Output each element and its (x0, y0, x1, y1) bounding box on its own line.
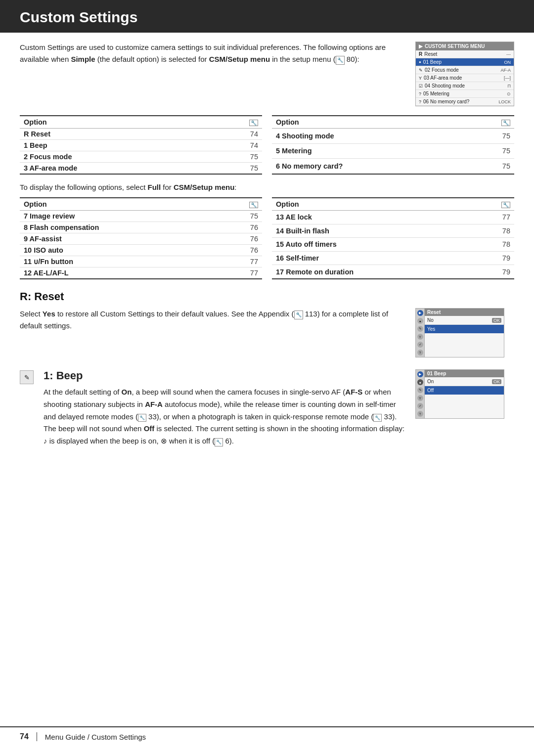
row-label: 6 No memory card? (272, 159, 497, 174)
row-label: 14 Built-in flash (272, 224, 497, 238)
table-row: 3 AF-area mode 75 (20, 163, 262, 175)
beep-section-icon: ✎ (20, 370, 34, 384)
reset-lcd-title: Reset (425, 309, 504, 316)
reset-lcd-icon-r: ▶ (417, 310, 423, 316)
row-label: 3 AF-area mode (20, 163, 245, 175)
reset-section: Select Yes to restore all Custom Setting… (20, 308, 514, 357)
row-page: 76 (245, 245, 262, 256)
full-table-right: Option 🔧 13 AE lock 77 14 Built-in flash… (272, 197, 514, 279)
beep-lcd-content: 01 Beep On OK Off (425, 370, 504, 418)
row-label: 11 ᴜ/Fn button (20, 256, 245, 267)
full-tables: Option 🔧 7 Image review 75 8 Flash compe… (20, 197, 514, 279)
main-content: Custom Settings are used to customize ca… (0, 42, 534, 447)
row-page: 77 (245, 256, 262, 267)
row-page: 75 (497, 143, 514, 159)
reset-heading: R: Reset (20, 290, 514, 303)
reset-lcd-icon-pen: ✎ (417, 326, 423, 332)
cam-item-nocard-label: 06 No memory card? (423, 99, 496, 104)
cam-item-metering-label: 05 Metering (423, 91, 505, 96)
cam-item-icon-y: Y (419, 76, 422, 81)
full-table-left: Option 🔧 7 Image review 75 8 Flash compe… (20, 197, 262, 279)
simple-table-right: Option 🔧 4 Shooting mode 75 5 Metering 7… (272, 115, 514, 175)
beep-ref-33a-icon: 🔧 (138, 414, 146, 422)
beep-section: ✎ 1: Beep At the default setting of On, … (20, 369, 514, 447)
table-row: 12 AE-L/AF-L 77 (20, 267, 262, 279)
intro-text: Custom Settings are used to customize ca… (20, 42, 400, 106)
footer-page-number: 74 (20, 732, 29, 741)
beep-lcd-icon-pen: ✎ (417, 387, 423, 393)
row-page: 75 (245, 163, 262, 175)
beep-off-label: Off (427, 388, 501, 393)
row-label: 15 Auto off timers (272, 238, 497, 252)
simple-left-header-icon: 🔧 (245, 116, 262, 129)
row-page: 77 (245, 267, 262, 279)
beep-ref-33b-icon: 🔧 (373, 414, 382, 422)
table-row: 1 Beep 74 (20, 140, 262, 151)
simple-table-left: Option 🔧 R Reset 74 1 Beep 74 2 Focus mo… (20, 115, 262, 175)
reset-lcd-panel: ▶ ● ✎ Y ✓ ? Reset No OK Y (415, 308, 514, 357)
camera-menu-icon: ▶ (419, 44, 423, 49)
cam-item-icon-check: ☑ (419, 84, 423, 89)
camera-menu-item-reset: R Reset --- (416, 50, 514, 58)
camera-menu-item-metering: ? 05 Metering ⊙ (416, 90, 514, 98)
page-header: Custom Settings (0, 0, 534, 33)
beep-lcd-icon-y: Y (417, 395, 423, 401)
beep-lcd-body: ▶ ● ✎ Y ✓ ? 01 Beep On OK (416, 370, 504, 418)
intro-bold-csm: CSM/Setup menu (209, 55, 270, 63)
footer-text: Menu Guide / Custom Settings (45, 733, 146, 741)
table-row: 15 Auto off timers 78 (272, 238, 514, 252)
beep-lcd-row-off: Off (425, 386, 504, 395)
camera-menu-screenshot: ▶ CUSTOM SETTING MENU R Reset --- ● 01 B… (415, 42, 514, 106)
camera-menu-item-nocard: ? 06 No memory card? LOCK (416, 98, 514, 106)
cam-item-icon-q: ? (419, 91, 421, 96)
footer-divider (37, 732, 37, 741)
reset-lcd-content: Reset No OK Yes (425, 309, 504, 357)
beep-lcd-icon-dot: ● (417, 379, 423, 385)
reset-ref-icon: 🔧 (294, 311, 303, 319)
row-label: 17 Remote on duration (272, 265, 497, 279)
full-section-intro: To display the following options, select… (20, 181, 514, 193)
row-page: 77 (497, 211, 514, 224)
camera-menu-item-afarea: Y 03 AF-area mode [—] (416, 74, 514, 82)
table-row: 14 Built-in flash 78 (272, 224, 514, 238)
intro-ref-num: 80): (345, 55, 359, 63)
intro-para2: (the default option) is selected for (95, 55, 209, 63)
beep-ref-6-icon: 🔧 (215, 438, 223, 446)
cam-item-focus-label: 02 Focus mode (425, 67, 498, 73)
beep-content: 1: Beep At the default setting of On, a … (44, 369, 407, 447)
reset-lcd-row-no: No OK (425, 316, 504, 325)
row-label: 8 Flash compensation (20, 222, 245, 233)
camera-menu-item-beep: ● 01 Beep ON (416, 58, 514, 66)
cam-item-beep-val: ON (504, 60, 511, 65)
page-title: Custom Settings (20, 9, 514, 26)
simple-right-header-option: Option (272, 116, 497, 129)
reset-lcd-box: ▶ ● ✎ Y ✓ ? Reset No OK Y (415, 308, 504, 357)
cam-item-icon-pencil: ✎ (419, 68, 423, 73)
reset-lcd-row-yes: Yes (425, 325, 504, 333)
camera-menu-item-shooting: ☑ 04 Shooting mode П (416, 82, 514, 90)
simple-right-header-icon: 🔧 (497, 116, 514, 129)
full-right-header-icon: 🔧 (497, 198, 514, 211)
beep-pencil-icon: ✎ (24, 374, 30, 381)
table-row: 13 AE lock 77 (272, 211, 514, 224)
row-page: 74 (245, 140, 262, 151)
table-row: 9 AF-assist 76 (20, 233, 262, 245)
beep-lcd-panel: ▶ ● ✎ Y ✓ ? 01 Beep On OK (415, 369, 514, 447)
beep-lcd-row-on: On OK (425, 377, 504, 386)
cam-item-shooting-label: 04 Shooting mode (425, 83, 506, 89)
beep-lcd-box: ▶ ● ✎ Y ✓ ? 01 Beep On OK (415, 369, 504, 419)
row-label: 10 ISO auto (20, 245, 245, 256)
row-page: 76 (245, 222, 262, 233)
cam-item-icon-r: R (419, 51, 422, 57)
beep-bold-off: Off (144, 424, 155, 433)
full-left-header-option: Option (20, 198, 245, 211)
beep-bold-on: On (122, 388, 132, 396)
row-page: 79 (497, 265, 514, 279)
reset-lcd-icon-dot: ● (417, 318, 423, 324)
row-label: 4 Shooting mode (272, 129, 497, 144)
reset-lcd-icon-q: ? (417, 350, 423, 356)
beep-lcd-title: 01 Beep (425, 370, 504, 377)
cam-item-focus-val: AF-A (500, 68, 511, 73)
reset-bold-yes: Yes (43, 310, 55, 318)
reset-text: Select Yes to restore all Custom Setting… (20, 308, 400, 357)
